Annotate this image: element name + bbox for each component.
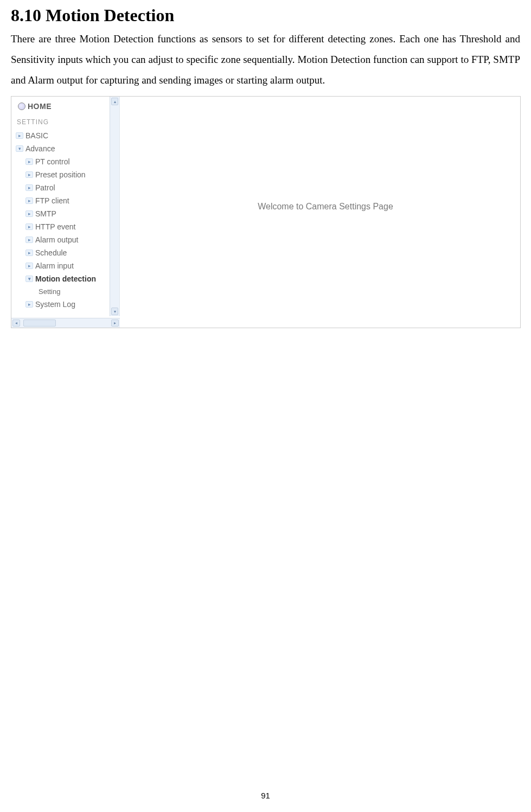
nav-preset-position[interactable]: Preset position	[25, 168, 116, 181]
nav-item-label: Schedule	[35, 248, 67, 257]
nav-alarm-output[interactable]: Alarm output	[25, 233, 116, 246]
expand-down-icon	[16, 145, 23, 152]
globe-icon	[18, 103, 25, 110]
nav-item-label: Patrol	[35, 183, 55, 192]
nav-item-label: Alarm output	[35, 235, 78, 244]
expand-right-icon	[25, 250, 33, 256]
nav-advance[interactable]: Advance	[16, 142, 116, 155]
nav-ftp-client[interactable]: FTP client	[25, 194, 116, 207]
nav-basic[interactable]: BASIC	[16, 129, 116, 142]
nav-item-label: System Log	[35, 300, 75, 309]
section-description: There are three Motion Detection functio…	[11, 29, 520, 91]
expand-right-icon	[25, 184, 33, 191]
expand-right-icon	[25, 158, 33, 165]
nav-home[interactable]: HOME	[18, 102, 116, 111]
horizontal-scrollbar[interactable]: ◂ ▸	[11, 318, 120, 328]
page-number: 91	[0, 791, 531, 800]
scroll-up-button[interactable]: ▴	[111, 98, 118, 105]
scroll-left-button[interactable]: ◂	[12, 319, 20, 327]
vertical-scrollbar[interactable]: ▴ ▾	[110, 97, 119, 316]
nav-item-label: Alarm input	[35, 261, 74, 270]
nav-advance-label: Advance	[25, 144, 55, 153]
main-content-area: Welcome to Camera Settings Page	[131, 97, 520, 316]
embedded-screenshot: HOME SETTING BASIC Advance PT control Pr…	[11, 96, 521, 328]
expand-right-icon	[25, 223, 33, 230]
nav-schedule[interactable]: Schedule	[25, 246, 116, 259]
settings-sidebar: HOME SETTING BASIC Advance PT control Pr…	[11, 97, 120, 316]
scroll-down-button[interactable]: ▾	[111, 308, 118, 315]
expand-right-icon	[25, 210, 33, 217]
nav-tree: HOME SETTING BASIC Advance PT control Pr…	[11, 97, 119, 313]
nav-pt-control[interactable]: PT control	[25, 155, 116, 168]
expand-right-icon	[25, 236, 33, 243]
nav-basic-label: BASIC	[25, 131, 48, 140]
expand-down-icon	[25, 276, 33, 282]
expand-right-icon	[25, 197, 33, 204]
nav-home-label: HOME	[28, 102, 52, 111]
nav-motion-setting[interactable]: Setting	[39, 285, 116, 298]
scroll-right-button[interactable]: ▸	[111, 319, 119, 327]
section-heading: 8.10 Motion Detection	[11, 5, 520, 25]
nav-item-label: SMTP	[35, 209, 56, 218]
nav-item-label: Setting	[39, 287, 60, 296]
expand-right-icon	[25, 301, 33, 308]
expand-right-icon	[16, 132, 23, 139]
nav-motion-detection[interactable]: Motion detection	[25, 272, 116, 285]
nav-alarm-input[interactable]: Alarm input	[25, 259, 116, 272]
expand-right-icon	[25, 263, 33, 269]
nav-item-label: Motion detection	[35, 274, 96, 283]
nav-section-label: SETTING	[17, 118, 116, 126]
nav-smtp[interactable]: SMTP	[25, 207, 116, 220]
expand-right-icon	[25, 171, 33, 178]
nav-http-event[interactable]: HTTP event	[25, 220, 116, 233]
nav-patrol[interactable]: Patrol	[25, 181, 116, 194]
nav-system-log[interactable]: System Log	[25, 298, 116, 311]
nav-item-label: HTTP event	[35, 222, 75, 231]
nav-item-label: Preset position	[35, 170, 86, 179]
scroll-thumb[interactable]	[23, 319, 56, 327]
nav-item-label: PT control	[35, 157, 70, 166]
nav-item-label: FTP client	[35, 196, 69, 205]
welcome-text: Welcome to Camera Settings Page	[258, 202, 393, 212]
